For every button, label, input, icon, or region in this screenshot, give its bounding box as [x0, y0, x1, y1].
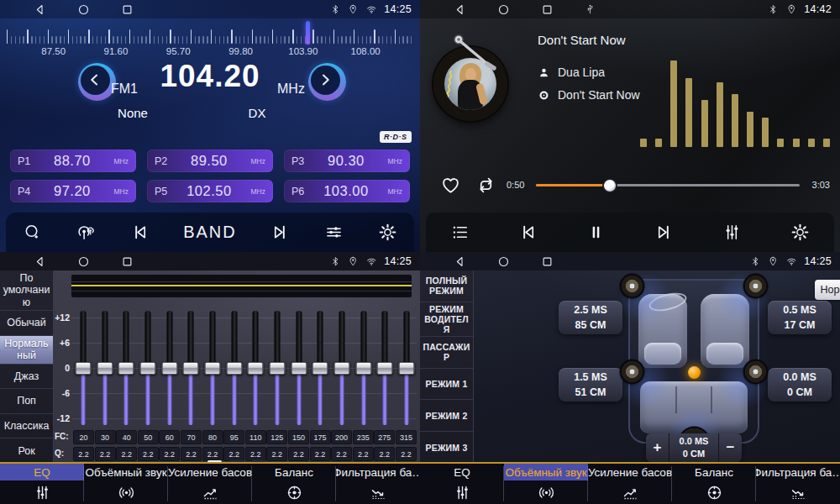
decrease-delay-button[interactable]: −: [718, 433, 742, 462]
tab-bass-boost[interactable]: Усиление басов: [588, 464, 672, 504]
tuning-pointer[interactable]: [306, 21, 310, 45]
eq-band-slider-50hz[interactable]: [138, 309, 158, 427]
nav-recents-icon[interactable]: [121, 255, 134, 268]
broadcast-button-icon[interactable]: [76, 223, 96, 242]
eq-band-slider-30hz[interactable]: [95, 309, 115, 427]
eq-band-slider-110hz[interactable]: [245, 309, 265, 427]
fc-value[interactable]: 50: [138, 430, 159, 444]
eq-band-slider-150hz[interactable]: [289, 309, 309, 427]
eq-preset-7[interactable]: Рок: [0, 438, 53, 464]
nav-home-icon[interactable]: [77, 255, 90, 268]
prev-track-button-icon[interactable]: [130, 223, 150, 242]
nav-back-icon[interactable]: [34, 255, 46, 268]
tab-filter[interactable]: Фильтрация ба…: [336, 464, 420, 504]
seek-handle[interactable]: [604, 180, 616, 192]
mode-item-3[interactable]: ПАССАЖИР: [420, 337, 473, 369]
radio-preset-p6[interactable]: P6103.00MHz: [284, 180, 410, 202]
fc-value[interactable]: 315: [396, 430, 417, 444]
q-value[interactable]: 2.2: [202, 447, 223, 461]
q-value[interactable]: 2.2: [95, 447, 116, 461]
mode-item-2[interactable]: РЕЖИМ ВОДИТЕЛЯ: [420, 302, 473, 337]
eq-preset-1[interactable]: По умолчанию: [0, 270, 53, 311]
rear-right-delay[interactable]: 0.0 MS 0 CM: [768, 368, 832, 402]
pause-button-icon[interactable]: [586, 223, 606, 242]
eq-band-slider-40hz[interactable]: [116, 309, 136, 427]
seek-bar[interactable]: [536, 184, 800, 186]
increase-delay-button[interactable]: +: [646, 433, 669, 462]
mode-item-1[interactable]: ПОЛНЫЙ РЕЖИМ: [420, 270, 473, 302]
q-value[interactable]: 2.2: [396, 447, 417, 461]
eq-preset-3[interactable]: Нормальный: [0, 336, 53, 365]
eq-preset-2[interactable]: Обычай: [0, 311, 53, 336]
q-value[interactable]: 2.2: [266, 447, 287, 461]
nav-recents-icon[interactable]: [121, 3, 134, 16]
slider-handle[interactable]: [161, 362, 177, 375]
eq-band-slider-200hz[interactable]: [332, 309, 352, 427]
nav-recents-icon[interactable]: [541, 3, 554, 16]
eq-band-slider-80hz[interactable]: [202, 309, 223, 427]
listening-position-dot[interactable]: [688, 366, 701, 379]
tab-balance[interactable]: Баланс: [252, 464, 336, 504]
fc-value[interactable]: 20: [73, 430, 94, 444]
eq-band-slider-60hz[interactable]: [160, 309, 180, 427]
repeat-button[interactable]: [475, 175, 496, 196]
frequency-scale[interactable]: [7, 24, 413, 44]
eq-band-slider-275hz[interactable]: [375, 309, 395, 427]
q-value[interactable]: 2.2: [181, 447, 202, 461]
q-value[interactable]: 2.2: [331, 447, 352, 461]
radio-preset-p4[interactable]: P497.20MHz: [10, 180, 136, 202]
radio-preset-p3[interactable]: P390.30MHz: [284, 150, 410, 172]
nav-home-icon[interactable]: [497, 255, 510, 268]
slider-handle[interactable]: [355, 362, 371, 375]
nav-usb-icon[interactable]: [585, 4, 596, 15]
fc-value[interactable]: 40: [116, 430, 137, 444]
nav-back-icon[interactable]: [454, 3, 466, 16]
slider-handle[interactable]: [204, 362, 220, 375]
eq-band-slider-315hz[interactable]: [396, 309, 417, 427]
slider-handle[interactable]: [312, 362, 328, 375]
fc-value[interactable]: 95: [223, 430, 244, 444]
q-value[interactable]: 2.2: [353, 447, 374, 461]
fc-value[interactable]: 175: [310, 430, 331, 444]
eq-band-slider-125hz[interactable]: [267, 309, 287, 427]
slider-handle[interactable]: [118, 362, 134, 375]
eq-band-slider-175hz[interactable]: [310, 309, 330, 427]
mode-item-4[interactable]: РЕЖИМ 1: [420, 369, 473, 401]
radio-preset-p1[interactable]: P188.70MHz: [10, 150, 136, 172]
tab-surround[interactable]: Объёмный звук: [84, 464, 168, 504]
tab-balance[interactable]: Баланс: [672, 464, 756, 504]
rear-left-speaker-icon[interactable]: [622, 361, 643, 382]
gear-button-icon[interactable]: [790, 223, 810, 242]
nav-home-icon[interactable]: [77, 3, 90, 16]
next-track-button-icon[interactable]: [270, 223, 290, 242]
slider-handle[interactable]: [226, 362, 242, 375]
slider-handle[interactable]: [291, 362, 307, 375]
eq-band-slider-70hz[interactable]: [181, 309, 201, 427]
slider-handle[interactable]: [76, 362, 92, 375]
tab-bass-boost[interactable]: Усиление басов: [168, 464, 252, 504]
eq-preset-4[interactable]: Джаз: [0, 365, 53, 390]
eq-band-slider-20hz[interactable]: [73, 309, 93, 427]
mode-item-6[interactable]: РЕЖИМ 3: [420, 432, 473, 464]
fc-value[interactable]: 275: [374, 430, 395, 444]
nav-back-icon[interactable]: [34, 3, 46, 16]
gear-button-icon[interactable]: [378, 223, 397, 242]
fc-value[interactable]: 70: [181, 430, 202, 444]
profile-button[interactable]: Нормальный: [815, 280, 840, 300]
q-value[interactable]: 2.2: [159, 447, 180, 461]
band-button[interactable]: BAND: [183, 223, 237, 242]
radio-preset-p2[interactable]: P289.50MHz: [147, 150, 273, 172]
eq-preset-5[interactable]: Поп: [0, 389, 53, 414]
slider-handle[interactable]: [97, 362, 113, 375]
front-right-delay[interactable]: 0.5 MS 17 CM: [768, 301, 832, 334]
slider-handle[interactable]: [183, 362, 199, 375]
slider-handle[interactable]: [139, 362, 155, 375]
q-value[interactable]: 2.2: [223, 447, 244, 461]
playlist-button-icon[interactable]: [450, 223, 470, 242]
q-value[interactable]: 2.2: [245, 447, 266, 461]
slider-handle[interactable]: [248, 362, 264, 375]
q-value[interactable]: 2.2: [310, 447, 331, 461]
dx-mode[interactable]: DX: [237, 106, 277, 120]
album-art[interactable]: [433, 47, 507, 121]
prev-track-button-icon[interactable]: [518, 223, 538, 242]
